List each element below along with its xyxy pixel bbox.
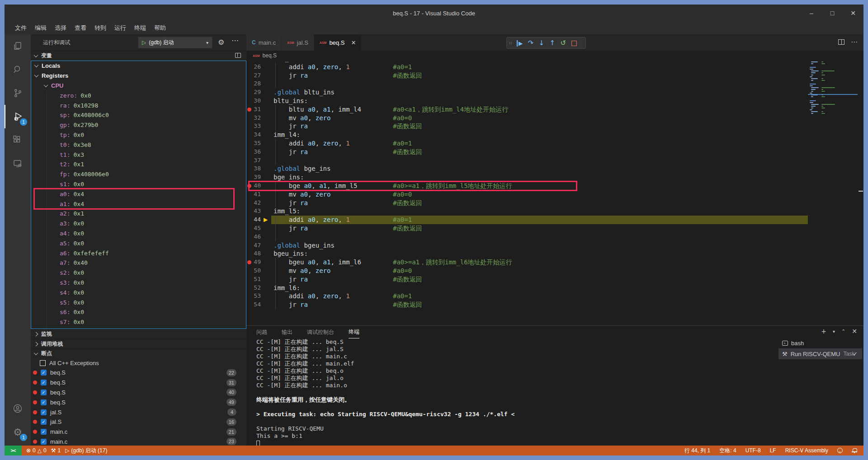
checkbox-checked[interactable]: ✓ — [41, 390, 47, 395]
step-out-icon[interactable]: ↑ — [547, 39, 558, 47]
breakpoint-row[interactable]: ✓main.c21 — [31, 427, 246, 437]
code-line-34[interactable]: 34imm_l4: — [246, 131, 808, 139]
menu-item[interactable]: 转到 — [90, 23, 110, 33]
code-line-29[interactable]: 29.global bltu_ins — [246, 88, 808, 97]
maximize-panel-icon[interactable]: ⌃ — [841, 329, 845, 334]
code-line-33[interactable]: 33 jr ra#函数返回 — [246, 122, 808, 131]
code-line-51[interactable]: 51 jr ra#函数返回 — [246, 275, 808, 284]
launch-settings-gear-icon[interactable]: ⚙ — [218, 38, 224, 47]
eol-status[interactable]: LF — [770, 447, 776, 454]
extensions-icon[interactable] — [5, 128, 31, 152]
register-s3[interactable]: s3:0x0 — [31, 278, 246, 288]
problems-status[interactable]: ⊗ 0 △ 0 — [26, 447, 47, 454]
breadcrumb[interactable]: ASM beq.S — [246, 51, 863, 61]
maximize-icon[interactable]: □ — [822, 5, 843, 22]
code-line-31[interactable]: 31 bltu a0, a1, imm_l4#a0<a1，跳转到imm_l4地址… — [246, 105, 808, 114]
search-icon[interactable] — [5, 58, 31, 81]
variables-panel-icon[interactable] — [235, 53, 241, 58]
checkbox-checked[interactable]: ✓ — [41, 399, 47, 405]
tree-scope-Locals[interactable]: Locals — [31, 61, 246, 71]
indentation-status[interactable]: 空格: 4 — [719, 447, 736, 455]
all-cpp-exceptions-row[interactable]: All C++ Exceptions — [31, 358, 246, 368]
notifications-bell-icon[interactable] — [852, 448, 857, 453]
terminal-entry-Run RISCV-QEMU[interactable]: ⚒Run RISCV-QEMUTask✓ — [778, 348, 862, 359]
tasks-status[interactable]: ⚒ 1 — [51, 447, 61, 454]
code-line-32[interactable]: 32 mv a0, zero#a0=0 — [246, 114, 808, 122]
code-line-46[interactable]: 46 — [246, 233, 808, 241]
code-line-38[interactable]: 38.global bge_ins — [246, 164, 808, 173]
menu-item[interactable]: 文件 — [11, 23, 31, 33]
code-line-35[interactable]: 35 addi a0, zero, 1#a0=1 — [246, 139, 808, 148]
register-a1[interactable]: a1:0x4 — [31, 199, 246, 209]
register-a5[interactable]: a5:0x0 — [31, 238, 246, 248]
checkbox-checked[interactable]: ✓ — [41, 419, 47, 425]
language-mode[interactable]: RISC-V Assembly — [785, 447, 828, 454]
terminal-output[interactable]: CC -[M] 正在构建 ... beq.SCC -[M] 正在构建 ... j… — [256, 338, 776, 447]
checkbox-checked[interactable]: ✓ — [41, 439, 47, 445]
code-editor[interactable]: 25imm_l3:26 addi a0, zero, 1#a0=127 jr r… — [246, 34, 808, 325]
debug-session-status[interactable]: ▷ (gdb) 启动 (17) — [65, 447, 107, 455]
section-call-stack[interactable]: 调用堆栈 — [31, 339, 246, 349]
breakpoint-row[interactable]: ✓beq.S49 — [31, 397, 246, 407]
start-debug-icon[interactable]: ▷ — [142, 39, 146, 46]
variables-tree[interactable]: LocalsRegistersCPUzero:0x0ra:0x10298sp:0… — [31, 61, 246, 329]
remote-indicator[interactable]: >< — [5, 446, 22, 455]
code-line-49[interactable]: 49 bgeu a0, a1, imm_l6#a0>=a1，跳转到imm_l6地… — [246, 258, 808, 267]
tree-scope-CPU[interactable]: CPU — [31, 81, 246, 91]
close-panel-icon[interactable]: ✕ — [852, 328, 857, 335]
checkbox-checked[interactable]: ✓ — [41, 429, 47, 435]
code-line-37[interactable]: 37 — [246, 156, 808, 165]
register-a6[interactable]: a6:0xfefefeff — [31, 248, 246, 258]
register-t1[interactable]: t1:0x3 — [31, 150, 246, 160]
explorer-icon[interactable] — [5, 34, 31, 58]
code-line-30[interactable]: 30bltu_ins: — [246, 97, 808, 105]
terminal-entry-bash[interactable]: >bash — [778, 338, 862, 348]
code-line-27[interactable]: 27 jr ra#函数返回 — [246, 71, 808, 80]
register-fp[interactable]: fp:0x408006e0 — [31, 169, 246, 179]
register-s1[interactable]: s1:0x0 — [31, 179, 246, 189]
code-line-26[interactable]: 26 addi a0, zero, 1#a0=1 — [246, 63, 808, 71]
account-icon[interactable] — [5, 397, 31, 420]
breakpoint-row[interactable]: ✓beq.S40 — [31, 388, 246, 398]
encoding-status[interactable]: UTF-8 — [745, 447, 761, 454]
minimap[interactable] — [808, 34, 858, 325]
menu-item[interactable]: 编辑 — [31, 23, 51, 33]
code-line-53[interactable]: 53 addi a0, zero, 1#a0=1 — [246, 292, 808, 300]
continue-icon[interactable]: ▶ — [514, 39, 525, 47]
cursor-position[interactable]: 行 44, 列 1 — [684, 447, 710, 455]
code-line-36[interactable]: 36 jr ra#函数返回 — [246, 148, 808, 156]
register-tp[interactable]: tp:0x0 — [31, 130, 246, 140]
register-zero[interactable]: zero:0x0 — [31, 90, 246, 100]
code-line-44[interactable]: ▶44 addi a0, zero, 1#a0=1 — [246, 216, 808, 224]
section-breakpoints[interactable]: 断点 — [31, 348, 246, 358]
code-line-43[interactable]: 43imm_l5: — [246, 207, 808, 216]
menu-item[interactable]: 终端 — [130, 23, 150, 33]
settings-gear-icon[interactable]: ⚙ 1 — [5, 420, 31, 444]
register-a2[interactable]: a2:0x1 — [31, 209, 246, 219]
minimize-icon[interactable]: – — [801, 5, 822, 22]
code-line-48[interactable]: 48bgeu_ins: — [246, 249, 808, 258]
code-line-45[interactable]: 45 jr ra#函数返回 — [246, 224, 808, 233]
sidebar-more-icon[interactable]: ⋯ — [231, 36, 239, 45]
code-line-54[interactable]: 54 jr ra#函数返回 — [246, 300, 808, 309]
checkbox-unchecked[interactable] — [40, 360, 46, 366]
panel-tab-终端[interactable]: 终端 — [349, 326, 359, 338]
register-a0[interactable]: a0:0x4 — [31, 189, 246, 199]
register-sp[interactable]: sp:0x408006c0 — [31, 110, 246, 120]
register-s6[interactable]: s6:0x0 — [31, 307, 246, 317]
code-line-50[interactable]: 50 mv a0, zero#a0=0 — [246, 267, 808, 275]
menu-item[interactable]: 运行 — [110, 23, 130, 33]
step-into-icon[interactable]: ↓ — [536, 39, 547, 47]
menu-item[interactable]: 帮助 — [150, 23, 170, 33]
register-ra[interactable]: ra:0x10298 — [31, 100, 246, 110]
code-line-42[interactable]: 42 jr ra#函数返回 — [246, 199, 808, 207]
code-line-40[interactable]: 40 bge a0, a1, imm_l5#a0>=a1，跳转到imm_l5地址… — [246, 182, 808, 190]
register-t2[interactable]: t2:0x1 — [31, 160, 246, 169]
panel-tab-问题[interactable]: 问题 — [256, 326, 267, 338]
checkbox-checked[interactable]: ✓ — [41, 370, 47, 376]
run-and-debug-icon[interactable]: 1 — [5, 105, 31, 128]
panel-tab-输出[interactable]: 输出 — [282, 326, 292, 338]
register-gp[interactable]: gp:0x279b0 — [31, 120, 246, 130]
register-a4[interactable]: a4:0x0 — [31, 229, 246, 239]
step-over-icon[interactable]: ↷ — [525, 39, 536, 47]
